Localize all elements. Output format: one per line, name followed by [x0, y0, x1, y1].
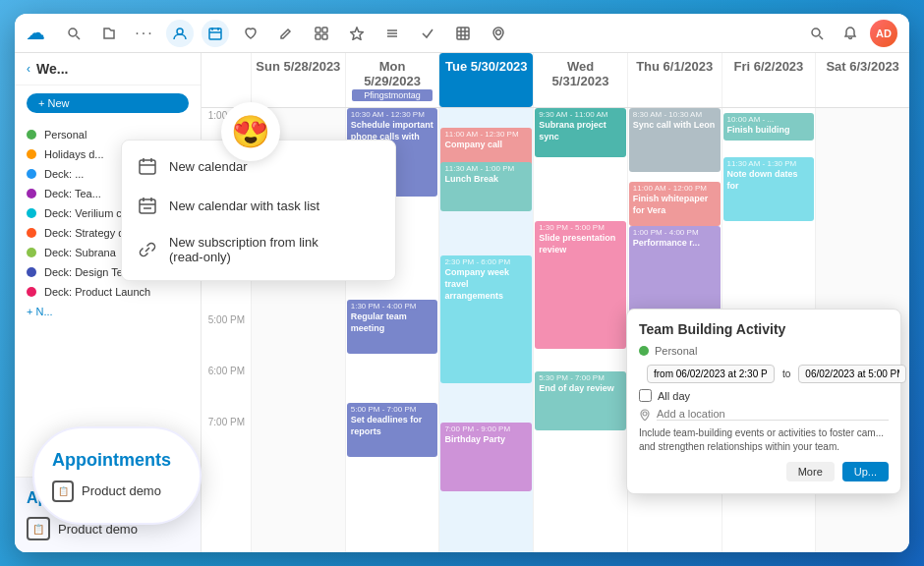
- app-container: ☁ ···: [15, 14, 909, 552]
- location-icon: [639, 409, 651, 421]
- event-wed-subrana[interactable]: 9:30 AM - 11:00 AM Subrana project sync: [535, 108, 626, 157]
- event-tue-lunch[interactable]: 11:30 AM - 1:00 PM Lunch Break: [440, 162, 532, 211]
- event-thu-whitepaper[interactable]: 11:00 AM - 12:00 PM Finish whitepaper fo…: [629, 182, 721, 226]
- cal-item-add[interactable]: + N...: [15, 302, 201, 321]
- appt-popup-title: Appointments: [52, 450, 182, 471]
- nav-grid1[interactable]: [308, 20, 335, 47]
- event-tue-travel[interactable]: 2:30 PM - 6:00 PM Company week travel ar…: [440, 255, 532, 383]
- nav-location[interactable]: [485, 20, 512, 47]
- event-time: 2:30 PM - 6:00 PM: [444, 257, 528, 267]
- new-event-button[interactable]: + New: [27, 93, 189, 113]
- day-headers: Sun 5/28/2023 Mon 5/29/2023 Pfingstmonta…: [202, 53, 909, 108]
- day-header-thu[interactable]: Thu 6/1/2023: [627, 53, 722, 107]
- appt-popup-item[interactable]: 📋 Product demo: [52, 481, 182, 502]
- cal-dot-deck-strat: [27, 228, 36, 238]
- event-time: 10:00 AM - ...: [727, 115, 811, 125]
- cal-dot-deck1: [27, 169, 36, 179]
- popup-description: Include team-building events or activiti…: [639, 426, 889, 454]
- event-title: Note down dates for: [727, 169, 811, 192]
- event-time: 5:30 PM - 7:00 PM: [539, 373, 622, 383]
- day-date-sat: Sat 6/3/2023: [820, 59, 905, 74]
- sidebar-back[interactable]: ‹: [27, 62, 30, 76]
- popup-calendar-dot: [639, 346, 649, 356]
- nav-heart[interactable]: [237, 20, 264, 47]
- svg-point-0: [69, 28, 77, 36]
- day-header-sun[interactable]: Sun 5/28/2023: [251, 53, 345, 107]
- event-mon-deadline[interactable]: 5:00 PM - 7:00 PM Set deadlines for repo…: [347, 403, 438, 457]
- event-title: Set deadlines for reports: [351, 415, 434, 437]
- event-title: Birthday Party: [444, 434, 528, 446]
- day-header-mon[interactable]: Mon 5/29/2023 Pfingstmontag: [345, 53, 439, 107]
- nav-search[interactable]: [60, 20, 87, 47]
- nav-check[interactable]: [414, 20, 441, 47]
- nav-files[interactable]: [95, 20, 123, 47]
- svg-line-1: [77, 35, 81, 39]
- svg-rect-23: [140, 160, 155, 174]
- nav-star[interactable]: [343, 20, 371, 47]
- nav-grid2[interactable]: [449, 20, 477, 47]
- event-wed-slide[interactable]: 1:30 PM - 5:00 PM Slide presentation rev…: [535, 221, 626, 349]
- nav-list[interactable]: [378, 20, 406, 47]
- event-fri-note[interactable]: 11:30 AM - 1:30 PM Note down dates for: [723, 157, 815, 221]
- day-date-fri: Fri 6/2/2023: [726, 59, 812, 74]
- event-time: 1:30 PM - 4:00 PM: [351, 302, 434, 311]
- event-time: 7:00 PM - 9:00 PM: [444, 424, 528, 434]
- event-title: Finish building: [727, 125, 811, 137]
- nav-bell[interactable]: [837, 20, 864, 47]
- time-7pm: 7:00 PM: [202, 415, 251, 466]
- allday-label: All day: [658, 390, 690, 402]
- day-header-wed[interactable]: Wed 5/31/2023: [533, 53, 627, 107]
- nav-contacts[interactable]: [166, 20, 194, 47]
- popup-more-button[interactable]: More: [786, 462, 835, 481]
- nav-more[interactable]: ···: [131, 20, 158, 47]
- nav-edit[interactable]: [272, 20, 300, 47]
- dropdown-task-label: New calendar with task list: [169, 198, 319, 213]
- location-input[interactable]: [657, 408, 889, 421]
- link-icon: [138, 240, 157, 259]
- day-date-tue: Tue 5/30/2023: [443, 59, 529, 74]
- event-end-input[interactable]: [798, 365, 906, 383]
- cal-label-deck-product: Deck: Product Launch: [44, 286, 189, 298]
- event-title: Company week travel arrangements: [444, 267, 528, 302]
- event-time: 11:30 AM - 1:30 PM: [727, 159, 811, 169]
- svg-rect-7: [316, 28, 320, 32]
- event-time: 11:00 AM - 12:00 PM: [633, 184, 717, 194]
- event-fri-finish[interactable]: 10:00 AM - ... Finish building: [723, 113, 815, 141]
- emoji-mascot: 😍: [221, 102, 280, 161]
- nav-calendar[interactable]: [202, 20, 229, 47]
- app-logo[interactable]: ☁: [27, 23, 44, 44]
- svg-rect-3: [209, 28, 221, 39]
- day-header-tue[interactable]: Tue 5/30/2023: [438, 53, 533, 107]
- event-time: 1:30 PM - 5:00 PM: [539, 223, 622, 233]
- event-tue-birthday[interactable]: 7:00 PM - 9:00 PM Birthday Party: [440, 423, 532, 491]
- event-time: 8:30 AM - 10:30 AM: [633, 110, 717, 120]
- user-avatar[interactable]: AD: [870, 20, 897, 47]
- event-title: Lunch Break: [444, 174, 528, 186]
- popup-calendar-name: Personal: [655, 345, 697, 357]
- popup-update-button[interactable]: Up...: [842, 462, 889, 481]
- event-thu-leon[interactable]: 8:30 AM - 10:30 AM Sync call with Leon: [629, 108, 721, 172]
- allday-checkbox[interactable]: [639, 389, 652, 402]
- event-start-input[interactable]: [647, 365, 775, 383]
- svg-rect-27: [140, 199, 155, 213]
- dropdown-new-calendar-task[interactable]: New calendar with task list: [122, 186, 395, 225]
- event-time: 5:00 PM - 7:00 PM: [351, 405, 434, 415]
- dropdown-menu: New calendar New calendar with task list…: [121, 140, 396, 281]
- svg-point-33: [643, 412, 647, 416]
- cal-dot-deck-product: [27, 287, 36, 297]
- nav-search-right[interactable]: [803, 20, 831, 47]
- svg-rect-10: [322, 34, 327, 39]
- event-wed-eod[interactable]: 5:30 PM - 7:00 PM End of day review: [535, 371, 626, 430]
- day-header-sat[interactable]: Sat 6/3/2023: [815, 53, 909, 107]
- day-header-fri[interactable]: Fri 6/2/2023: [722, 53, 816, 107]
- cal-item-deck-product[interactable]: Deck: Product Launch: [15, 282, 201, 302]
- event-title: End of day review: [539, 383, 622, 395]
- event-title: Finish whitepaper for Vera: [633, 194, 717, 216]
- event-mon-regular[interactable]: 1:30 PM - 4:00 PM Regular team meeting: [347, 300, 438, 354]
- svg-rect-9: [316, 34, 320, 39]
- event-detail-popup: Team Building Activity Personal to All d…: [626, 309, 901, 494]
- dropdown-subscription[interactable]: New subscription from link(read-only): [122, 225, 395, 274]
- appt-popup-icon: 📋: [52, 481, 74, 502]
- svg-marker-11: [351, 28, 364, 39]
- date-to-label: to: [782, 368, 790, 379]
